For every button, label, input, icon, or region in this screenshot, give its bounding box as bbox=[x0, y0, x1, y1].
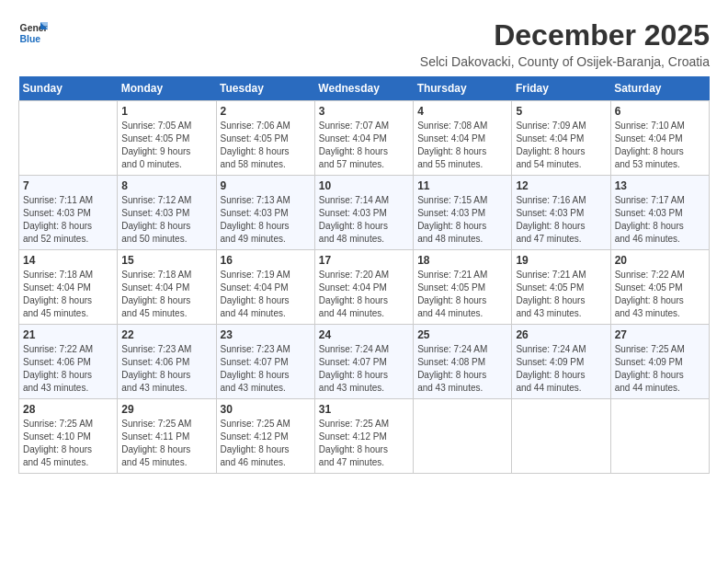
calendar-cell: 12Sunrise: 7:16 AM Sunset: 4:03 PM Dayli… bbox=[512, 176, 610, 250]
weekday-header-tuesday: Tuesday bbox=[216, 76, 314, 101]
day-number: 28 bbox=[23, 403, 113, 416]
day-number: 12 bbox=[516, 179, 606, 192]
calendar-week-2: 7Sunrise: 7:11 AM Sunset: 4:03 PM Daylig… bbox=[19, 176, 710, 250]
weekday-header-friday: Friday bbox=[512, 76, 610, 101]
day-info: Sunrise: 7:25 AM Sunset: 4:11 PM Dayligh… bbox=[121, 418, 211, 469]
location-subtitle: Selci Dakovacki, County of Osijek-Baranj… bbox=[420, 54, 710, 69]
calendar-cell: 21Sunrise: 7:22 AM Sunset: 4:06 PM Dayli… bbox=[19, 325, 118, 399]
calendar-cell: 3Sunrise: 7:07 AM Sunset: 4:04 PM Daylig… bbox=[314, 101, 413, 176]
day-info: Sunrise: 7:23 AM Sunset: 4:07 PM Dayligh… bbox=[221, 343, 311, 395]
calendar-cell: 17Sunrise: 7:20 AM Sunset: 4:04 PM Dayli… bbox=[314, 250, 413, 325]
day-info: Sunrise: 7:11 AM Sunset: 4:03 PM Dayligh… bbox=[23, 194, 113, 246]
day-info: Sunrise: 7:07 AM Sunset: 4:04 PM Dayligh… bbox=[319, 120, 409, 171]
day-number: 29 bbox=[121, 403, 211, 416]
calendar-cell: 11Sunrise: 7:15 AM Sunset: 4:03 PM Dayli… bbox=[414, 176, 512, 250]
calendar-table: SundayMondayTuesdayWednesdayThursdayFrid… bbox=[18, 76, 710, 474]
day-info: Sunrise: 7:09 AM Sunset: 4:04 PM Dayligh… bbox=[516, 120, 606, 171]
day-info: Sunrise: 7:10 AM Sunset: 4:04 PM Dayligh… bbox=[615, 120, 705, 171]
day-number: 11 bbox=[417, 179, 507, 192]
logo-icon: General Blue bbox=[18, 18, 48, 48]
day-number: 26 bbox=[516, 328, 606, 341]
calendar-cell: 22Sunrise: 7:23 AM Sunset: 4:06 PM Dayli… bbox=[118, 325, 216, 399]
day-number: 25 bbox=[417, 328, 507, 341]
calendar-week-3: 14Sunrise: 7:18 AM Sunset: 4:04 PM Dayli… bbox=[19, 250, 710, 325]
calendar-cell bbox=[512, 399, 610, 474]
day-number: 8 bbox=[121, 179, 211, 192]
weekday-header-sunday: Sunday bbox=[19, 76, 118, 101]
day-info: Sunrise: 7:21 AM Sunset: 4:05 PM Dayligh… bbox=[516, 269, 606, 320]
day-number: 3 bbox=[319, 105, 409, 118]
day-number: 24 bbox=[319, 328, 409, 341]
day-info: Sunrise: 7:13 AM Sunset: 4:03 PM Dayligh… bbox=[221, 194, 311, 246]
day-info: Sunrise: 7:14 AM Sunset: 4:03 PM Dayligh… bbox=[319, 194, 409, 246]
calendar-cell: 23Sunrise: 7:23 AM Sunset: 4:07 PM Dayli… bbox=[216, 325, 314, 399]
calendar-week-1: 1Sunrise: 7:05 AM Sunset: 4:05 PM Daylig… bbox=[19, 101, 710, 176]
day-info: Sunrise: 7:25 AM Sunset: 4:09 PM Dayligh… bbox=[615, 343, 705, 395]
day-number: 7 bbox=[23, 179, 113, 192]
calendar-cell: 4Sunrise: 7:08 AM Sunset: 4:04 PM Daylig… bbox=[414, 101, 512, 176]
calendar-cell: 30Sunrise: 7:25 AM Sunset: 4:12 PM Dayli… bbox=[216, 399, 314, 474]
calendar-cell: 27Sunrise: 7:25 AM Sunset: 4:09 PM Dayli… bbox=[610, 325, 709, 399]
calendar-cell: 9Sunrise: 7:13 AM Sunset: 4:03 PM Daylig… bbox=[216, 176, 314, 250]
calendar-cell: 15Sunrise: 7:18 AM Sunset: 4:04 PM Dayli… bbox=[118, 250, 216, 325]
logo: General Blue bbox=[18, 18, 48, 48]
day-info: Sunrise: 7:15 AM Sunset: 4:03 PM Dayligh… bbox=[417, 194, 507, 246]
day-info: Sunrise: 7:06 AM Sunset: 4:05 PM Dayligh… bbox=[221, 120, 311, 171]
day-info: Sunrise: 7:24 AM Sunset: 4:09 PM Dayligh… bbox=[516, 343, 606, 395]
calendar-cell: 19Sunrise: 7:21 AM Sunset: 4:05 PM Dayli… bbox=[512, 250, 610, 325]
calendar-week-4: 21Sunrise: 7:22 AM Sunset: 4:06 PM Dayli… bbox=[19, 325, 710, 399]
calendar-cell: 14Sunrise: 7:18 AM Sunset: 4:04 PM Dayli… bbox=[19, 250, 118, 325]
calendar-week-5: 28Sunrise: 7:25 AM Sunset: 4:10 PM Dayli… bbox=[19, 399, 710, 474]
calendar-cell: 29Sunrise: 7:25 AM Sunset: 4:11 PM Dayli… bbox=[118, 399, 216, 474]
day-number: 6 bbox=[615, 105, 705, 118]
day-number: 5 bbox=[516, 105, 606, 118]
day-info: Sunrise: 7:19 AM Sunset: 4:04 PM Dayligh… bbox=[221, 269, 311, 320]
day-number: 31 bbox=[319, 403, 409, 416]
calendar-cell: 6Sunrise: 7:10 AM Sunset: 4:04 PM Daylig… bbox=[610, 101, 709, 176]
day-info: Sunrise: 7:25 AM Sunset: 4:12 PM Dayligh… bbox=[319, 418, 409, 469]
day-number: 16 bbox=[221, 254, 311, 267]
day-info: Sunrise: 7:18 AM Sunset: 4:04 PM Dayligh… bbox=[121, 269, 211, 320]
calendar-cell bbox=[610, 399, 709, 474]
day-number: 18 bbox=[417, 254, 507, 267]
calendar-cell: 7Sunrise: 7:11 AM Sunset: 4:03 PM Daylig… bbox=[19, 176, 118, 250]
day-info: Sunrise: 7:12 AM Sunset: 4:03 PM Dayligh… bbox=[121, 194, 211, 246]
day-number: 23 bbox=[221, 328, 311, 341]
day-number: 30 bbox=[221, 403, 311, 416]
day-number: 20 bbox=[615, 254, 705, 267]
weekday-header-row: SundayMondayTuesdayWednesdayThursdayFrid… bbox=[19, 76, 710, 101]
day-info: Sunrise: 7:08 AM Sunset: 4:04 PM Dayligh… bbox=[417, 120, 507, 171]
calendar-cell bbox=[19, 101, 118, 176]
day-number: 14 bbox=[23, 254, 113, 267]
calendar-cell: 2Sunrise: 7:06 AM Sunset: 4:05 PM Daylig… bbox=[216, 101, 314, 176]
title-area: December 2025 Selci Dakovacki, County of… bbox=[420, 18, 710, 69]
calendar-cell: 16Sunrise: 7:19 AM Sunset: 4:04 PM Dayli… bbox=[216, 250, 314, 325]
day-info: Sunrise: 7:24 AM Sunset: 4:08 PM Dayligh… bbox=[417, 343, 507, 395]
calendar-cell: 20Sunrise: 7:22 AM Sunset: 4:05 PM Dayli… bbox=[610, 250, 709, 325]
day-number: 2 bbox=[221, 105, 311, 118]
day-info: Sunrise: 7:25 AM Sunset: 4:12 PM Dayligh… bbox=[221, 418, 311, 469]
calendar-cell bbox=[414, 399, 512, 474]
calendar-cell: 18Sunrise: 7:21 AM Sunset: 4:05 PM Dayli… bbox=[414, 250, 512, 325]
calendar-cell: 26Sunrise: 7:24 AM Sunset: 4:09 PM Dayli… bbox=[512, 325, 610, 399]
header: General Blue December 2025 Selci Dakovac… bbox=[18, 18, 710, 69]
day-number: 21 bbox=[23, 328, 113, 341]
month-title: December 2025 bbox=[420, 18, 710, 52]
day-number: 17 bbox=[319, 254, 409, 267]
calendar-cell: 28Sunrise: 7:25 AM Sunset: 4:10 PM Dayli… bbox=[19, 399, 118, 474]
calendar-cell: 24Sunrise: 7:24 AM Sunset: 4:07 PM Dayli… bbox=[314, 325, 413, 399]
day-info: Sunrise: 7:17 AM Sunset: 4:03 PM Dayligh… bbox=[615, 194, 705, 246]
day-info: Sunrise: 7:23 AM Sunset: 4:06 PM Dayligh… bbox=[121, 343, 211, 395]
day-number: 4 bbox=[417, 105, 507, 118]
weekday-header-thursday: Thursday bbox=[414, 76, 512, 101]
svg-text:Blue: Blue bbox=[20, 34, 41, 44]
weekday-header-monday: Monday bbox=[118, 76, 216, 101]
day-info: Sunrise: 7:21 AM Sunset: 4:05 PM Dayligh… bbox=[417, 269, 507, 320]
day-number: 13 bbox=[615, 179, 705, 192]
day-number: 15 bbox=[121, 254, 211, 267]
day-info: Sunrise: 7:18 AM Sunset: 4:04 PM Dayligh… bbox=[23, 269, 113, 320]
weekday-header-wednesday: Wednesday bbox=[314, 76, 413, 101]
day-number: 22 bbox=[121, 328, 211, 341]
day-info: Sunrise: 7:16 AM Sunset: 4:03 PM Dayligh… bbox=[516, 194, 606, 246]
calendar-cell: 5Sunrise: 7:09 AM Sunset: 4:04 PM Daylig… bbox=[512, 101, 610, 176]
